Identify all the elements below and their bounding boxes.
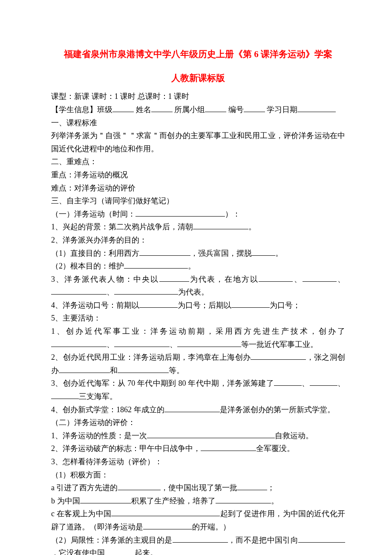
text: 是洋务派创办的第一所新式学堂。 bbox=[220, 405, 335, 414]
text: a 引进了西方先进的 bbox=[51, 483, 118, 492]
date-field[interactable] bbox=[297, 104, 336, 112]
text: 。 bbox=[188, 262, 196, 270]
name-label: 姓名 bbox=[136, 105, 151, 114]
item: 3、创办近代海军：从 70 年代中期到 80 年代中期，洋务派筹建了、、三支海军… bbox=[51, 377, 345, 403]
section-1-title: 一、课程标准 bbox=[51, 116, 345, 130]
text: 4、洋务运动口号：前期以 bbox=[51, 301, 139, 309]
text: 1、洋务运动的性质：是一次 bbox=[51, 431, 147, 440]
text: （1）直接目的：利用西方 bbox=[51, 249, 139, 257]
group-field[interactable] bbox=[205, 104, 226, 112]
text: 等一批近代军事工业。 bbox=[241, 340, 318, 349]
date-label: 学习日期 bbox=[267, 105, 297, 114]
item: 1、洋务运动的性质：是一次自救运动。 bbox=[51, 429, 345, 442]
blank[interactable] bbox=[143, 521, 192, 529]
text: 的开端。） bbox=[192, 523, 231, 531]
item: 1、创办近代军事工业：洋务运动前期，采用西方先进生产技术，创办了、、等一批近代军… bbox=[51, 325, 345, 351]
item: 4、洋务运动口号：前期以为口号；后期以为口号； bbox=[51, 299, 345, 312]
blank[interactable] bbox=[118, 365, 169, 373]
text: 自救运动。 bbox=[275, 431, 313, 440]
blank[interactable] bbox=[164, 404, 220, 412]
text: 全军覆没。 bbox=[256, 444, 294, 453]
text: ，强兵富国，摆脱 bbox=[190, 249, 252, 257]
blank[interactable] bbox=[303, 274, 337, 282]
blank[interactable] bbox=[173, 535, 228, 543]
text: （2）局限性：洋务派的主观目的是 bbox=[51, 536, 173, 544]
blank[interactable] bbox=[251, 352, 306, 360]
text: 为口号；后期以 bbox=[178, 301, 231, 309]
blank[interactable] bbox=[252, 248, 275, 256]
blank[interactable] bbox=[310, 378, 337, 386]
text: ）： bbox=[225, 210, 240, 218]
text: 、 bbox=[107, 288, 114, 296]
blank[interactable] bbox=[111, 508, 220, 516]
section-2-point: 重点：洋务运动的概况 bbox=[51, 168, 345, 182]
group-label: 所属小组 bbox=[174, 105, 205, 114]
text: 1、兴起的背景：第二次鸦片战争后，清朝 bbox=[51, 223, 193, 231]
name-field[interactable] bbox=[151, 104, 173, 112]
item: （1）直接目的：利用西方，强兵富国，摆脱。 bbox=[51, 247, 345, 260]
text: 、 bbox=[337, 275, 345, 283]
lesson-meta: 课型：新课 课时：1 课时 总课时：1 课时 bbox=[51, 90, 345, 103]
text: 3、创办近代海军：从 70 年代中期到 80 年代中期，洋务派筹建了 bbox=[51, 379, 274, 387]
text: 为代表，在地方以 bbox=[189, 275, 259, 283]
item: 3、洋务派代表人物：中央以为代表，在地方以、、、为代表。 bbox=[51, 273, 345, 299]
item: 1、兴起的背景：第二次鸦片战争后，清朝。 bbox=[51, 220, 345, 234]
item: 3、怎样看待洋务运动（评价）： bbox=[51, 455, 345, 468]
blank[interactable] bbox=[147, 430, 275, 438]
text: 、 bbox=[337, 379, 345, 387]
item: 5、主要活动： bbox=[51, 312, 345, 325]
text: ，而不是把中国引向 bbox=[228, 536, 298, 544]
blank[interactable] bbox=[259, 274, 293, 282]
blank[interactable] bbox=[105, 547, 135, 555]
blank[interactable] bbox=[274, 378, 302, 386]
blank[interactable] bbox=[139, 300, 178, 308]
blank[interactable] bbox=[51, 286, 107, 295]
text: 为代表。 bbox=[178, 288, 209, 296]
blank[interactable] bbox=[231, 300, 270, 308]
text: 、 bbox=[107, 340, 114, 349]
blank[interactable] bbox=[124, 260, 188, 269]
section-2-title: 二、重难点： bbox=[51, 155, 345, 168]
blank[interactable] bbox=[59, 365, 110, 373]
text: 、 bbox=[170, 340, 177, 349]
student-info-line: 【学生信息】班级 姓名 所属小组 编号 学习日期 bbox=[51, 103, 345, 116]
section-3-sub1: （一）洋务运动（时间：）： bbox=[51, 208, 345, 221]
text: 三支海军。 bbox=[79, 392, 117, 401]
item: 4、创办新式学堂：1862 年成立的是洋务派创办的第一所新式学堂。 bbox=[51, 403, 345, 416]
item: （2）局限性：洋务派的主观目的是，而不是把中国引向，它没有使中国起来。 bbox=[51, 534, 345, 555]
blank[interactable] bbox=[135, 208, 225, 217]
blank[interactable] bbox=[201, 443, 256, 451]
item: c 在客观上为中国起到了促进作用，为中国的近代化开辟了道路。（即洋务运动是的开端… bbox=[51, 507, 345, 533]
blank[interactable] bbox=[216, 495, 271, 503]
blank[interactable] bbox=[114, 339, 170, 347]
blank[interactable] bbox=[118, 482, 161, 490]
blank[interactable] bbox=[139, 248, 190, 256]
doc-title: 福建省泉州市泉港博文中学八年级历史上册《第 6 课洋务运动》学案 bbox=[51, 47, 345, 62]
text: ，它没有使中国 bbox=[51, 549, 105, 555]
blank[interactable] bbox=[51, 339, 107, 347]
section-3-title: 三、自主学习（请同学们做好笔记） bbox=[51, 194, 345, 208]
item: 2、创办近代民用工业：洋务运动后期，李鸿章在上海创办，张之洞创办和等。 bbox=[51, 351, 345, 377]
blank[interactable] bbox=[298, 535, 345, 543]
text: 1、创办近代军事工业：洋务运动前期，采用西方先进生产技术，创办了 bbox=[51, 327, 345, 335]
text: b 为中国 bbox=[51, 497, 80, 505]
item: （1）积极方面： bbox=[51, 468, 345, 482]
text: ； bbox=[267, 483, 275, 492]
blank[interactable] bbox=[80, 495, 131, 503]
blank[interactable] bbox=[237, 482, 267, 490]
blank[interactable] bbox=[51, 391, 79, 399]
text: 4、创办新式学堂：1862 年成立的 bbox=[51, 405, 164, 414]
number-label: 编号 bbox=[228, 105, 244, 114]
text: 2、创办近代民用工业：洋务运动后期，李鸿章在上海创办 bbox=[51, 353, 251, 361]
text: 起来。 bbox=[135, 549, 158, 555]
section-2-point: 难点：对洋务运动的评价 bbox=[51, 182, 345, 195]
number-field[interactable] bbox=[244, 104, 265, 112]
class-field[interactable] bbox=[112, 104, 134, 112]
item: a 引进了西方先进的，使中国出现了第一批； bbox=[51, 481, 345, 494]
blank[interactable] bbox=[114, 286, 178, 295]
blank[interactable] bbox=[177, 339, 241, 347]
text: ，使中国出现了第一批 bbox=[161, 483, 237, 492]
blank[interactable] bbox=[193, 221, 248, 229]
text: 、 bbox=[302, 379, 310, 387]
blank[interactable] bbox=[159, 274, 189, 282]
